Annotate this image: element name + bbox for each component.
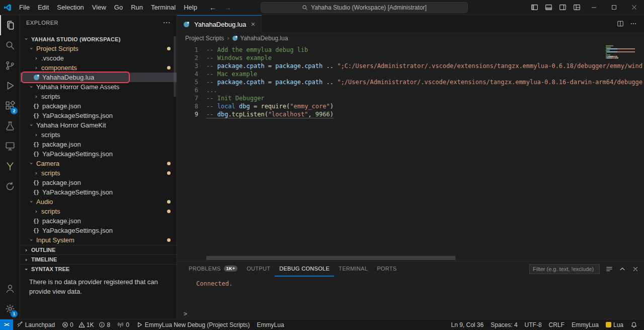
- folder-item-components[interactable]: ›components: [20, 63, 177, 73]
- section-label: OUTLINE: [31, 247, 55, 253]
- activity-yahaha-extension[interactable]: [0, 156, 20, 176]
- item-label: Project Scripts: [36, 45, 78, 52]
- activity-account[interactable]: [0, 279, 20, 299]
- panel-tab-ports[interactable]: PORTS: [372, 261, 401, 277]
- breadcrumb-project-scripts[interactable]: Project Scripts: [185, 35, 224, 42]
- eol-sequence[interactable]: CRLF: [545, 319, 568, 330]
- folder-item-scripts[interactable]: ›scripts: [20, 130, 177, 140]
- menu-terminal[interactable]: Terminal: [147, 4, 180, 11]
- menu-edit[interactable]: Edit: [34, 4, 53, 11]
- file-item-yapackagesettings-json[interactable]: {}YaPackageSettings.json: [20, 111, 177, 120]
- activity-run-debug[interactable]: [0, 76, 20, 96]
- section-timeline[interactable]: ›TIMELINE: [20, 254, 177, 264]
- layout-sidebar-icon[interactable]: [527, 0, 541, 15]
- menu-help[interactable]: Help: [180, 4, 201, 11]
- folder-item-input-system[interactable]: ›Input System: [20, 235, 177, 245]
- section-label: TIMELINE: [31, 256, 57, 262]
- sidebar-scrollbar[interactable]: [174, 36, 176, 97]
- file-item-yapackagesettings-json[interactable]: {}YaPackageSettings.json: [20, 187, 177, 197]
- panel-tab-debug-console[interactable]: DEBUG CONSOLE: [275, 261, 334, 277]
- minimize-icon[interactable]: [584, 0, 604, 15]
- back-arrow-icon[interactable]: ←: [209, 4, 216, 12]
- panel-tab-terminal[interactable]: TERMINAL: [334, 261, 372, 277]
- activity-sync[interactable]: [0, 176, 20, 196]
- modified-dot: [167, 238, 171, 242]
- folder-item-audio[interactable]: ›Audio: [20, 197, 177, 207]
- item-label: YaPackageSettings.json: [42, 112, 113, 119]
- folder-item-scripts[interactable]: ›scripts: [20, 168, 177, 178]
- notifications[interactable]: [627, 319, 641, 330]
- menu-run[interactable]: Run: [127, 4, 147, 11]
- console-filter-input[interactable]: [529, 264, 600, 274]
- section-syntax-tree[interactable]: ›SYNTAX TREE: [20, 264, 177, 274]
- file-item-package-json[interactable]: {}package.json: [20, 216, 177, 226]
- folder-item-vscode[interactable]: ›.vscode: [20, 53, 177, 63]
- command-center-search[interactable]: Yahaha Studio (Workspace) [Administrator…: [261, 2, 468, 13]
- file-item-package-json[interactable]: {}package.json: [20, 178, 177, 187]
- panel-tab-problems[interactable]: PROBLEMS1K+: [184, 261, 242, 277]
- line-number: 6: [177, 86, 198, 94]
- file-item-package-json[interactable]: {}package.json: [20, 140, 177, 149]
- maximize-icon[interactable]: [604, 0, 624, 15]
- close-window-icon[interactable]: [624, 0, 644, 15]
- horizontal-scrollbar[interactable]: [206, 256, 455, 260]
- rocket-icon: [17, 321, 23, 328]
- code-line-4: 4-- Mac example: [177, 70, 644, 78]
- folder-item-yahaha-horror-game-assets[interactable]: ›Yahaha Horror Game Assets: [20, 82, 177, 92]
- forward-arrow-icon[interactable]: →: [224, 4, 231, 12]
- folder-item-camera[interactable]: ›Camera: [20, 159, 177, 168]
- remote-indicator[interactable]: ><: [0, 319, 13, 330]
- console-prompt-chevron[interactable]: >: [184, 310, 187, 317]
- activity-extensions[interactable]: 2: [0, 96, 20, 116]
- explorer-more-actions-icon[interactable]: ⋯: [163, 18, 171, 27]
- menu-file[interactable]: File: [15, 4, 34, 11]
- panel-tab-output[interactable]: OUTPUT: [242, 261, 275, 277]
- section-outline[interactable]: ›OUTLINE: [20, 245, 177, 254]
- customize-layout-icon[interactable]: [570, 0, 584, 15]
- activity-search[interactable]: [0, 35, 20, 55]
- activity-remote-explorer[interactable]: [0, 136, 20, 156]
- emmylua-status[interactable]: EmmyLua: [254, 319, 288, 330]
- problems-summary[interactable]: 01K8: [58, 319, 114, 330]
- ports-status[interactable]: 0: [114, 319, 133, 330]
- breadcrumbs: Project Scripts›YahahaDebug.lua: [177, 33, 644, 44]
- folder-item-project-scripts[interactable]: ›Project Scripts: [20, 44, 177, 53]
- json-icon: {}: [32, 180, 40, 185]
- file-item-yahahadebug-lua[interactable]: YahahaDebug.lua: [20, 73, 177, 82]
- menu-view[interactable]: View: [88, 4, 110, 11]
- debug-configuration[interactable]: EmmyLua New Debug (Project Scripts): [133, 319, 254, 330]
- lua-icon: [34, 75, 39, 80]
- cursor-position[interactable]: Ln 9, Col 36: [448, 319, 488, 330]
- activity-explorer[interactable]: [0, 15, 20, 35]
- file-item-package-json[interactable]: {}package.json: [20, 101, 177, 111]
- more-actions-icon[interactable]: [630, 20, 637, 27]
- launchpad[interactable]: Launchpad: [13, 319, 58, 330]
- file-item-yapackagesettings-json[interactable]: {}YaPackageSettings.json: [20, 149, 177, 159]
- tab-yahahadebug-lua[interactable]: YahahaDebug.lua: [177, 15, 262, 33]
- minimap[interactable]: [606, 45, 637, 59]
- indentation[interactable]: Spaces: 4: [487, 319, 521, 330]
- close-icon[interactable]: [632, 266, 639, 273]
- layout-panel-icon[interactable]: [541, 0, 555, 15]
- close-tab-icon[interactable]: [250, 21, 256, 27]
- activity-source-control[interactable]: [0, 55, 20, 76]
- folder-item-yahaha-horror-gamekit[interactable]: ›Yahaha Horror GameKit: [20, 120, 177, 130]
- item-label: YaPackageSettings.json: [42, 227, 113, 234]
- menu-go[interactable]: Go: [110, 4, 127, 11]
- folder-item-scripts[interactable]: ›scripts: [20, 92, 177, 101]
- file-item-yapackagesettings-json[interactable]: {}YaPackageSettings.json: [20, 226, 177, 235]
- activity-testing[interactable]: [0, 116, 20, 136]
- list-icon[interactable]: [606, 266, 613, 273]
- activity-settings-gear[interactable]: 1: [0, 299, 20, 319]
- menu-selection[interactable]: Selection: [53, 4, 88, 11]
- language-server[interactable]: EmmyLua: [568, 319, 602, 330]
- chevron-up-icon[interactable]: [619, 266, 626, 273]
- folder-item-scripts[interactable]: ›scripts: [20, 207, 177, 216]
- split-editor-icon[interactable]: [617, 20, 624, 27]
- code-editor[interactable]: 1-- Add the emmylua debug lib2-- Windows…: [177, 44, 644, 261]
- breadcrumb-yahahadebug-lua[interactable]: YahahaDebug.lua: [232, 35, 288, 42]
- language-mode[interactable]: Lua: [602, 319, 627, 330]
- folder-item-yahaha-studio-workspace[interactable]: ›YAHAHA STUDIO (WORKSPACE): [20, 34, 177, 44]
- layout-sidebar-right-icon[interactable]: [555, 0, 570, 15]
- encoding[interactable]: UTF-8: [521, 319, 545, 330]
